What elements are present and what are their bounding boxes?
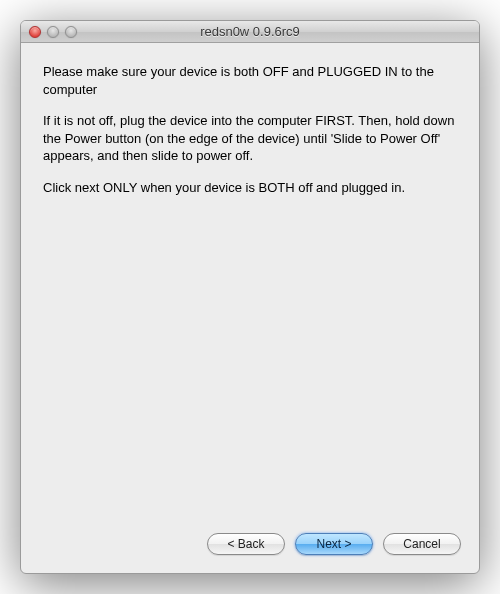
button-row: < Back Next > Cancel	[21, 523, 479, 573]
instruction-para-1: Please make sure your device is both OFF…	[43, 63, 457, 98]
window-controls	[21, 26, 77, 38]
titlebar: redsn0w 0.9.6rc9	[21, 21, 479, 43]
window-title: redsn0w 0.9.6rc9	[21, 21, 479, 43]
cancel-button[interactable]: Cancel	[383, 533, 461, 555]
instruction-para-2: If it is not off, plug the device into t…	[43, 112, 457, 165]
content-area: Please make sure your device is both OFF…	[21, 43, 479, 523]
app-window: redsn0w 0.9.6rc9 Please make sure your d…	[20, 20, 480, 574]
minimize-icon[interactable]	[47, 26, 59, 38]
instruction-para-3: Click next ONLY when your device is BOTH…	[43, 179, 457, 197]
close-icon[interactable]	[29, 26, 41, 38]
zoom-icon[interactable]	[65, 26, 77, 38]
next-button[interactable]: Next >	[295, 533, 373, 555]
back-button[interactable]: < Back	[207, 533, 285, 555]
